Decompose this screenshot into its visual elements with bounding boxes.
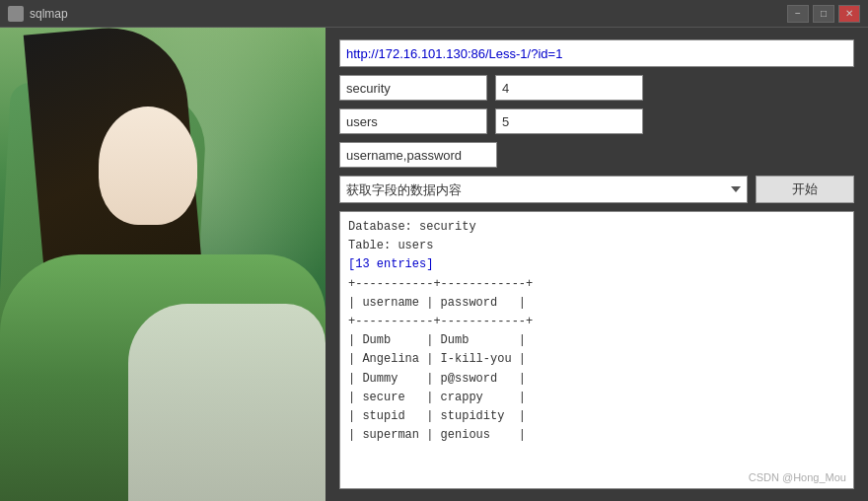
face-area xyxy=(99,107,197,225)
app-icon xyxy=(8,6,24,22)
table-count-input[interactable] xyxy=(495,108,643,134)
output-area[interactable]: Database: security Table: users [13 entr… xyxy=(339,211,854,489)
db-row xyxy=(339,75,854,101)
titlebar-left: sqlmap xyxy=(8,6,68,22)
main-content: 获取字段的数据内容获取数据库获取数据表获取数据列 开始 Database: se… xyxy=(0,28,868,501)
clothing-white xyxy=(128,304,326,501)
table-row xyxy=(339,108,854,134)
action-row: 获取字段的数据内容获取数据库获取数据表获取数据列 开始 xyxy=(339,176,854,203)
titlebar-title: sqlmap xyxy=(30,7,68,21)
table-input[interactable] xyxy=(339,108,487,134)
minimize-button[interactable]: − xyxy=(787,5,809,23)
action-dropdown[interactable]: 获取字段的数据内容获取数据库获取数据表获取数据列 xyxy=(339,176,748,203)
right-panel: 获取字段的数据内容获取数据库获取数据表获取数据列 开始 Database: se… xyxy=(326,28,868,501)
url-input[interactable] xyxy=(339,39,854,67)
columns-input[interactable] xyxy=(339,142,497,168)
db-count-input[interactable] xyxy=(495,75,643,101)
titlebar-controls: − □ ✕ xyxy=(787,5,860,23)
anime-illustration xyxy=(0,28,326,501)
columns-row xyxy=(339,142,854,168)
close-button[interactable]: ✕ xyxy=(838,5,860,23)
maximize-button[interactable]: □ xyxy=(813,5,834,23)
output-container: Database: security Table: users [13 entr… xyxy=(339,211,854,489)
database-input[interactable] xyxy=(339,75,487,101)
start-button[interactable]: 开始 xyxy=(756,176,854,203)
titlebar: sqlmap − □ ✕ xyxy=(0,0,868,28)
image-panel xyxy=(0,28,326,501)
